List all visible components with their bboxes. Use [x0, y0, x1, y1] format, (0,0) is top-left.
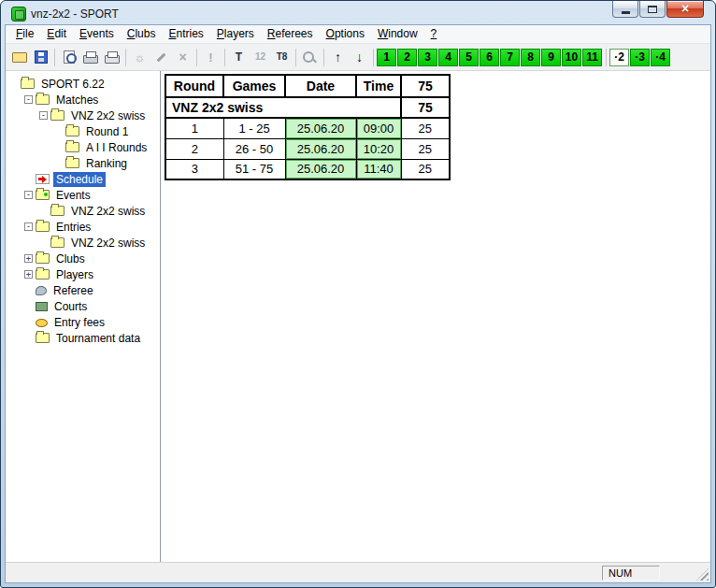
tree-item-clubs[interactable]: +Clubs [6, 251, 160, 266]
round-button-2[interactable]: 2 [397, 49, 417, 66]
round-button-1[interactable]: 1 [377, 49, 396, 66]
expand-icon[interactable]: + [24, 270, 33, 279]
dot-button-3[interactable]: ·3 [630, 49, 650, 66]
print-button[interactable] [79, 47, 101, 68]
tree-item-label: Tournament data [53, 331, 143, 346]
round-button-4[interactable]: 4 [438, 49, 458, 66]
menu-item-window[interactable]: Window [371, 25, 424, 43]
maximize-button[interactable] [639, 1, 666, 18]
cross-icon: × [175, 50, 192, 65]
collapse-icon[interactable]: - [24, 191, 33, 199]
dot-button-4[interactable]: ·4 [651, 49, 670, 66]
menu-item-events[interactable]: Events [73, 25, 121, 43]
tree-item-tournament-data[interactable]: Tournament data [6, 330, 160, 346]
tree-item-label: Players [53, 267, 96, 282]
tree-item-round-1[interactable]: Round 1 [6, 123, 160, 139]
schedule-row-2: 226 - 5025.06.2010:2025 [165, 138, 450, 159]
menu-item-edit[interactable]: Edit [40, 25, 73, 43]
tree-item-label: VNZ 2x2 swiss [68, 236, 148, 251]
round-button-3[interactable]: 3 [418, 49, 437, 66]
menu-item-referees[interactable]: Referees [261, 25, 320, 43]
round-button-7[interactable]: 7 [500, 49, 520, 66]
minimize-icon [622, 11, 630, 14]
printer-icon [82, 50, 99, 65]
round-button-10[interactable]: 10 [562, 49, 581, 66]
round-button-9[interactable]: 9 [541, 49, 561, 66]
tree-item-a-i-i-rounds[interactable]: A I I Rounds [6, 139, 160, 155]
priority-button: ! [200, 47, 222, 68]
collapse-icon[interactable]: - [24, 95, 33, 104]
tree-item-vnz-2x2-swiss[interactable]: VNZ 2x2 swiss [6, 235, 160, 251]
tree-item-entry-fees[interactable]: Entry fees [6, 314, 160, 330]
minimize-button[interactable] [612, 1, 638, 18]
tree-item-label: A I I Rounds [83, 140, 150, 155]
edit-button [150, 47, 172, 68]
resize-grip[interactable] [696, 568, 709, 581]
date-cell[interactable]: 25.06.20 [285, 118, 356, 138]
tree-item-vnz-2x2-swiss[interactable]: -VNZ 2x2 swiss [6, 108, 160, 123]
folder-icon [50, 206, 64, 216]
round-button-11[interactable]: 11 [582, 49, 602, 66]
time-cell[interactable]: 10:20 [356, 138, 401, 159]
toolbar: ☼×!T12T8↑↓1234567891011·2·3·4 [6, 44, 710, 71]
tree-item-schedule[interactable]: Schedule [6, 171, 160, 187]
column-header-date: Date [285, 75, 356, 97]
menu-item-clubs[interactable]: Clubs [121, 25, 163, 43]
round-button-5[interactable]: 5 [459, 49, 479, 66]
date-cell[interactable]: 25.06.20 [285, 159, 356, 179]
arrow-icon [36, 174, 50, 184]
menu-item-options[interactable]: Options [320, 25, 371, 43]
title-bar[interactable]: vnz-2x2 - SPORT × [5, 1, 711, 24]
date-cell[interactable]: 25.06.20 [285, 138, 356, 159]
table-header-row: RoundGamesDateTime75 [165, 75, 450, 97]
app-window: vnz-2x2 - SPORT × FileEditEventsClubsEnt… [0, 0, 716, 588]
tree-item-sport-6-22[interactable]: SPORT 6.22 [6, 76, 160, 92]
tree-item-matches[interactable]: -Matches [6, 92, 160, 108]
team-format-button[interactable]: T [228, 47, 250, 68]
move-down-button[interactable]: ↓ [349, 47, 370, 68]
tree-item-vnz-2x2-swiss[interactable]: VNZ 2x2 swiss [6, 203, 160, 219]
open-folder-icon [11, 50, 28, 65]
menu-item-entries[interactable]: Entries [162, 25, 209, 43]
games-cell: 1 - 25 [223, 118, 285, 138]
folder-icon [50, 237, 64, 248]
round-button-8[interactable]: 8 [521, 49, 540, 66]
time-cell[interactable]: 11:40 [356, 159, 401, 179]
collapse-icon[interactable]: - [24, 222, 33, 231]
team-format-8-button[interactable]: T8 [271, 47, 293, 68]
printer-setup-icon [104, 50, 121, 65]
print-preview-icon [61, 50, 78, 65]
navigation-tree: SPORT 6.22-Matches-VNZ 2x2 swissRound 1A… [6, 71, 161, 562]
save-button[interactable] [30, 47, 51, 68]
close-button[interactable]: × [666, 1, 704, 18]
print-setup-button[interactable] [101, 47, 122, 68]
tree-item-ranking[interactable]: Ranking [6, 155, 160, 171]
menu-item-players[interactable]: Players [210, 25, 261, 43]
move-up-button[interactable]: ↑ [327, 47, 349, 68]
folder-icon [65, 126, 79, 136]
expand-icon[interactable]: + [24, 254, 33, 263]
menu-item-help[interactable]: ? [424, 25, 444, 43]
tree-item-courts[interactable]: Courts [6, 298, 160, 314]
menu-bar: FileEditEventsClubsEntriesPlayersReferee… [6, 25, 710, 44]
tree-item-players[interactable]: +Players [6, 266, 160, 282]
exclamation-icon: ! [203, 50, 220, 65]
tree-item-events[interactable]: -Events [6, 187, 160, 203]
open-button[interactable] [8, 47, 30, 68]
menu-item-file[interactable]: File [9, 25, 40, 43]
tree-item-label: SPORT 6.22 [38, 77, 107, 92]
time-cell[interactable]: 09:00 [356, 118, 401, 138]
tree-item-referee[interactable]: Referee [6, 282, 160, 298]
folder-icon [21, 79, 35, 89]
sun-icon: ☼ [132, 50, 149, 65]
app-icon [11, 7, 26, 22]
round-button-6[interactable]: 6 [480, 49, 499, 66]
folder-icon [65, 142, 79, 152]
folder-icon [36, 269, 50, 280]
collapse-icon[interactable]: - [39, 111, 48, 120]
dot-button-2[interactable]: ·2 [609, 49, 629, 66]
tree-item-entries[interactable]: -Entries [6, 219, 160, 235]
event-row: VNZ 2x2 swiss75 [165, 97, 450, 118]
window-body: FileEditEventsClubsEntriesPlayersReferee… [5, 24, 711, 583]
print-preview-button[interactable] [58, 47, 79, 68]
